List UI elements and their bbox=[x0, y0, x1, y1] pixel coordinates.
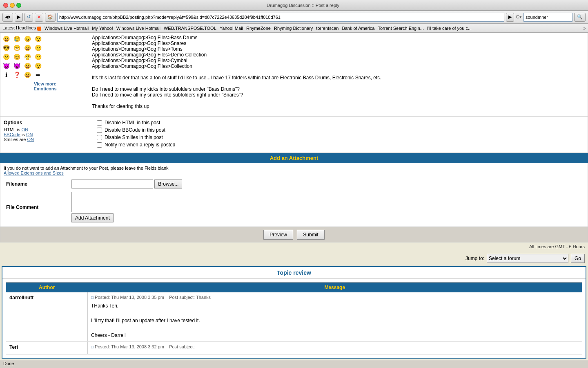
window-controls[interactable] bbox=[3, 3, 21, 8]
address-bar[interactable] bbox=[57, 13, 504, 22]
emoticon-2[interactable]: 😢 bbox=[13, 35, 21, 43]
filename-field: Browse... bbox=[69, 178, 584, 190]
emoticon-13[interactable]: 😈 bbox=[2, 62, 10, 70]
bookmark-care[interactable]: I'll take care of you c... bbox=[427, 26, 472, 31]
emoticon-8[interactable]: 😐 bbox=[34, 44, 42, 52]
filename-input[interactable] bbox=[71, 180, 153, 188]
search-go-button[interactable]: 🔍 bbox=[574, 13, 586, 22]
emoticon-7[interactable]: 😄 bbox=[23, 44, 31, 52]
checkbox-html: Disable HTML in this post bbox=[97, 120, 584, 126]
bookmark-hotmail2[interactable]: Windows Live Hotmail bbox=[116, 26, 160, 31]
emoticon-16[interactable]: 😲 bbox=[34, 62, 42, 70]
jump-row: Jump to: Select a forum Go bbox=[0, 251, 588, 266]
post-date-1: Posted: Thu Mar 13, 2008 3:35 pm bbox=[95, 295, 164, 300]
close-button[interactable] bbox=[3, 3, 8, 8]
refresh-button[interactable]: ↺ bbox=[24, 13, 33, 22]
emoticon-3[interactable]: 😠 bbox=[23, 35, 31, 43]
smilies-link[interactable]: ON bbox=[27, 137, 34, 142]
bbcode-status: BBCode is ON bbox=[4, 132, 94, 137]
submit-button[interactable]: Submit bbox=[297, 230, 324, 240]
disable-bbcode-checkbox[interactable] bbox=[97, 128, 102, 133]
disable-html-checkbox[interactable] bbox=[97, 120, 102, 126]
timezone-text: All times are GMT - 6 Hours bbox=[529, 244, 585, 249]
jump-select[interactable]: Select a forum bbox=[487, 254, 568, 263]
bookmark-boa[interactable]: Bank of America bbox=[342, 26, 374, 31]
topic-review-header: Topic review bbox=[2, 267, 586, 279]
bookmark-latest-headlines[interactable]: Latest Headlines r bbox=[2, 25, 41, 31]
bookmark-hotmail1[interactable]: Windows Live Hotmail bbox=[45, 26, 89, 31]
author-column-header: Author bbox=[6, 283, 88, 293]
allowed-extensions-link[interactable]: Allowed Extensions and Sizes bbox=[4, 171, 64, 175]
view-more-emoticons-link[interactable]: View moreEmoticons bbox=[2, 81, 88, 91]
emoticon-14[interactable]: 👿 bbox=[13, 62, 21, 70]
browser-titlebar: Drumagog Discussion :: Post a reply bbox=[0, 0, 588, 11]
emoticon-11[interactable]: 😤 bbox=[23, 53, 31, 61]
more-bookmarks[interactable]: » bbox=[583, 26, 586, 31]
rss-icon: r bbox=[37, 27, 41, 31]
home-button[interactable]: 🏠 bbox=[45, 13, 56, 22]
disable-html-label: Disable HTML in this post bbox=[105, 120, 160, 126]
back-button[interactable]: ◀▾ bbox=[2, 13, 13, 22]
jump-go-button[interactable]: Go bbox=[571, 254, 585, 263]
maximize-button[interactable] bbox=[16, 3, 21, 8]
emoticon-17[interactable]: ℹ bbox=[2, 71, 10, 79]
add-attachment-button[interactable]: Add Attachment bbox=[71, 213, 114, 222]
checkbox-notify: Notify me when a reply is posted bbox=[97, 142, 584, 148]
topic-review-content: Author Message darrellnutt □ Posted: Thu… bbox=[2, 279, 586, 358]
options-left: Options HTML is ON BBCode is ON Smilies … bbox=[4, 120, 94, 149]
notify-checkbox[interactable] bbox=[97, 142, 102, 148]
disable-smilies-label: Disable Smilies in this post bbox=[105, 135, 163, 140]
attachment-note: If you do not want to add an Attachment … bbox=[4, 166, 584, 175]
html-link[interactable]: ON bbox=[22, 127, 29, 132]
author-cell-1: darrellnutt bbox=[6, 292, 88, 342]
emoticon-19[interactable]: 😀 bbox=[23, 71, 31, 79]
emoticon-4[interactable]: 😯 bbox=[34, 35, 42, 43]
emoticon-5[interactable]: 😎 bbox=[2, 44, 10, 52]
attachment-header: Add an Attachment bbox=[0, 153, 588, 163]
page-footer: All times are GMT - 6 Hours bbox=[0, 242, 588, 251]
emoticon-6[interactable]: 😁 bbox=[13, 44, 21, 52]
disable-smilies-checkbox[interactable] bbox=[97, 135, 102, 140]
message-column-header: Message bbox=[88, 283, 582, 293]
post-subject-1: Post subject: Thanks bbox=[169, 295, 211, 300]
post-meta-1: □ Posted: Thu Mar 13, 2008 3:35 pm Post … bbox=[91, 295, 579, 300]
minimize-button[interactable] bbox=[10, 3, 15, 8]
forward-button[interactable]: ▶ bbox=[15, 13, 23, 22]
message-textarea[interactable]: Applications>Drumagog>Gog Files>Bass Dru… bbox=[90, 33, 588, 115]
emoticon-20[interactable]: ➡ bbox=[34, 71, 42, 79]
bookmark-torrent[interactable]: Torrent Search Engin... bbox=[378, 26, 424, 31]
bookmark-transpose[interactable]: WEB.TRANSPOSE.TOOL bbox=[164, 26, 216, 31]
post-date-2: Posted: Thu Mar 13, 2008 3:32 pm bbox=[95, 344, 164, 349]
preview-button[interactable]: Preview bbox=[263, 230, 293, 240]
bookmark-torrentscan[interactable]: torrentscan bbox=[316, 26, 339, 31]
checkbox-smilies: Disable Smilies in this post bbox=[97, 135, 584, 140]
go-button[interactable]: ▶ bbox=[506, 13, 514, 22]
status-bar: Done bbox=[0, 360, 588, 368]
notify-label: Notify me when a reply is posted bbox=[105, 142, 175, 148]
bookmark-yahoo[interactable]: My Yahoo! bbox=[92, 26, 113, 31]
browse-button[interactable]: Browse... bbox=[154, 180, 182, 188]
emoticon-10[interactable]: 😊 bbox=[13, 53, 21, 61]
bbcode-link[interactable]: BBCode bbox=[4, 132, 20, 137]
emoticon-1[interactable]: 😀 bbox=[2, 35, 10, 43]
search-input[interactable] bbox=[523, 13, 572, 22]
attachment-section: If you do not want to add an Attachment … bbox=[0, 163, 588, 227]
file-comment-textarea[interactable] bbox=[71, 192, 153, 212]
emoticon-15[interactable]: 😀 bbox=[23, 62, 31, 70]
stop-button[interactable]: ✕ bbox=[35, 13, 43, 22]
bookmark-yahoomail[interactable]: Yahoo! Mail bbox=[220, 26, 243, 31]
main-wrapper: 😀 😢 😠 😯 😎 😁 😄 😐 😕 😊 😤 😶 😈 👿 😀 😲 bbox=[0, 33, 588, 242]
bookmarks-bar: Latest Headlines r Windows Live Hotmail … bbox=[0, 24, 588, 33]
message-cell-1: □ Posted: Thu Mar 13, 2008 3:35 pm Post … bbox=[88, 292, 582, 342]
page-title: Drumagog Discussion :: Post a reply bbox=[21, 3, 585, 8]
emoticon-12[interactable]: 😶 bbox=[34, 53, 42, 61]
browser-toolbar: ◀▾ ▶ ↺ ✕ 🏠 ▶ G▾ 🔍 bbox=[0, 11, 588, 24]
bbcode-on-link[interactable]: ON bbox=[26, 132, 33, 137]
html-status: HTML is ON bbox=[4, 127, 94, 132]
table-row: darrellnutt □ Posted: Thu Mar 13, 2008 3… bbox=[6, 292, 582, 342]
emoticon-9[interactable]: 😕 bbox=[2, 53, 10, 61]
bookmark-rhymezone[interactable]: RhymeZone bbox=[246, 26, 271, 31]
message-panel: Applications>Drumagog>Gog Files>Bass Dru… bbox=[90, 33, 588, 116]
emoticon-18[interactable]: ❓ bbox=[13, 71, 21, 79]
bookmark-rhyming[interactable]: Rhyming Dictionary bbox=[274, 26, 313, 31]
